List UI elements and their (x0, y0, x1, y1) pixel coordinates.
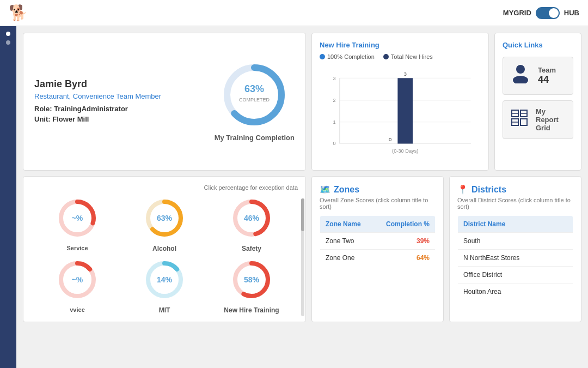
profile-name: Jamie Byrd (34, 79, 198, 90)
zones-table-row[interactable]: Zone One64% (320, 250, 436, 267)
toggle-area[interactable]: MYGRID HUB (503, 7, 579, 19)
unit-label: Unit: (34, 115, 51, 123)
circle-svg-newhire: 58% (230, 258, 273, 301)
zones-title: 🗺️ Zones (320, 184, 436, 195)
circle-item-alcohol[interactable]: 63% Alcohol (124, 196, 205, 252)
districts-title: 📍 Districts (457, 184, 573, 195)
svg-text:~%: ~% (72, 214, 83, 222)
districts-table-row[interactable]: Office District (458, 267, 573, 283)
report-grid-icon (510, 108, 529, 131)
quicklink-team-count: 44 (538, 74, 556, 86)
districts-col-name[interactable]: District Name (458, 216, 573, 233)
toggle-switch[interactable] (536, 7, 560, 19)
districts-icon: 📍 (457, 184, 468, 195)
left-nav-dot (6, 32, 10, 36)
circle-label-mit: MIT (124, 306, 205, 314)
zones-col-pct[interactable]: Completion % (373, 216, 436, 233)
circle-svg-safety: 46% (230, 196, 273, 240)
zone-pct: 39% (373, 233, 436, 250)
district-name: Houlton Area (458, 283, 573, 300)
profile-card: Jamie Byrd Restaurant, Convenience Team … (23, 33, 306, 171)
unit-value: Flower Mill (52, 115, 89, 123)
circle-svg-left2: ~% (56, 258, 99, 301)
quicklink-team-label: Team (538, 66, 556, 74)
bottom-row: Click percentage for exception data ~% S… (23, 176, 581, 322)
svg-text:63%: 63% (244, 83, 264, 94)
donut-title: My Training Completion (215, 134, 295, 142)
quicklinks-title: Quick Links (503, 41, 573, 49)
svg-text:58%: 58% (244, 275, 260, 284)
profile-unit-detail: Unit: Flower Mill (34, 115, 198, 123)
team-icon (510, 64, 531, 88)
district-name: N NorthEast Stores (458, 250, 573, 267)
zones-title-text: Zones (334, 185, 359, 195)
svg-text:1: 1 (333, 119, 335, 125)
role-value: TrainingAdministrator (54, 105, 128, 113)
quicklinks-card: Quick Links Team 44 (494, 33, 581, 171)
scrollbar-thumb[interactable] (301, 198, 304, 231)
districts-table-row[interactable]: Houlton Area (458, 283, 573, 300)
scrollbar-track[interactable] (301, 198, 304, 316)
left-nav-dot (6, 40, 10, 45)
districts-table: District Name SouthN NorthEast StoresOff… (457, 215, 573, 300)
circle-label-newhire: New Hire Training (211, 306, 292, 314)
circle-item-left1[interactable]: ~% Service (36, 196, 118, 252)
circle-svg-left1: ~% (56, 196, 99, 240)
svg-text:14%: 14% (157, 275, 173, 284)
quicklink-report-grid-label: My Report Grid (536, 107, 566, 132)
district-name: Office District (458, 267, 573, 283)
svg-text:3: 3 (404, 71, 407, 77)
barchart-card: New Hire Training 100% Completion Total … (311, 33, 489, 171)
svg-text:2: 2 (333, 98, 335, 103)
legend-label-completion: 100% Completion (327, 53, 375, 60)
zones-table: Zone Name Completion % Zone Two39%Zone O… (320, 215, 436, 267)
main-content: Jamie Byrd Restaurant, Convenience Team … (16, 26, 588, 329)
legend-dot-completion (320, 54, 325, 59)
svg-text:COMPLETED: COMPLETED (239, 97, 270, 102)
circle-label-safety: Safety (211, 245, 292, 252)
barchart-title: New Hire Training (320, 41, 481, 49)
donut-container: 63% COMPLETED My Training Completion (215, 62, 295, 142)
circles-card: Click percentage for exception data ~% S… (23, 176, 306, 322)
header: 🐕 MYGRID HUB (0, 0, 588, 26)
zones-subtitle: Overall Zone Scores (click column title … (320, 197, 436, 210)
legend-label-total: Total New Hires (391, 53, 433, 60)
zones-table-row[interactable]: Zone Two39% (320, 233, 436, 250)
bar-chart-area: 0 1 2 3 3 0 (0-30 Days) (320, 64, 481, 162)
dog-logo-icon: 🐕 (9, 4, 28, 22)
profile-role-detail: Role: TrainingAdministrator (34, 105, 198, 113)
mygrid-label: MYGRID (503, 9, 531, 17)
circle-svg-mit: 14% (143, 258, 186, 301)
circle-label-alcohol: Alcohol (124, 245, 205, 252)
circle-svg-alcohol: 63% (143, 196, 186, 240)
quicklink-report-grid[interactable]: My Report Grid (503, 100, 573, 139)
districts-table-row[interactable]: N NorthEast Stores (458, 250, 573, 267)
legend-dot-total (383, 54, 389, 59)
profile-role: Restaurant, Convenience Team Member (34, 92, 198, 100)
svg-point-20 (513, 76, 528, 83)
circle-item-mit[interactable]: 14% MIT (124, 258, 205, 314)
logo-area: 🐕 (9, 4, 28, 22)
svg-text:~%: ~% (72, 275, 83, 284)
circle-item-safety[interactable]: 46% Safety (211, 196, 292, 252)
circle-item-newhire[interactable]: 58% New Hire Training (211, 258, 292, 314)
circles-hint: Click percentage for exception data (31, 184, 298, 191)
toggle-thumb (549, 8, 559, 18)
zones-card: 🗺️ Zones Overall Zone Scores (click colu… (311, 176, 444, 322)
districts-table-row[interactable]: South (458, 233, 573, 250)
hub-label: HUB (564, 9, 579, 17)
donut-chart: 63% COMPLETED (222, 62, 287, 128)
zone-name: Zone One (320, 250, 373, 267)
districts-title-text: Districts (471, 185, 506, 195)
role-label: Role: (34, 105, 52, 113)
legend-item-total: Total New Hires (383, 53, 433, 60)
bar-chart-svg: 0 1 2 3 3 0 (0-30 Days) (320, 64, 481, 162)
district-name: South (458, 233, 573, 250)
left-nav (0, 26, 16, 329)
districts-subtitle: Overall District Scores (click column ti… (457, 197, 573, 210)
zones-col-name[interactable]: Zone Name (320, 216, 373, 233)
svg-text:63%: 63% (157, 214, 173, 222)
svg-text:0: 0 (389, 137, 391, 142)
circle-item-left2[interactable]: ~% vvice (36, 258, 118, 314)
quicklink-team[interactable]: Team 44 (503, 57, 573, 95)
